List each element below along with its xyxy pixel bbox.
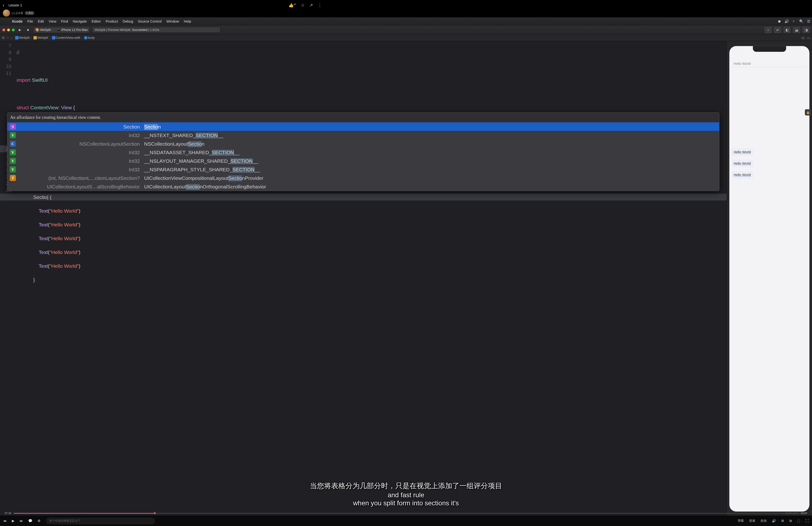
autocomplete-hint: An affordance for creating hierarchical …	[8, 113, 325, 122]
completion-name: UICollectionLayoutSectionOrthogonalScrol…	[144, 183, 266, 190]
viewer-count-area: 1人正在看 + 关注	[3, 10, 34, 17]
autocomplete-popup[interactable]: An affordance for creating hierarchical …	[7, 112, 325, 191]
menu-debug[interactable]: Debug	[120, 19, 135, 23]
avatar[interactable]	[3, 10, 10, 17]
menu-source-control[interactable]: Source Control	[135, 19, 164, 23]
thumb-up-icon[interactable]: 👍48	[289, 3, 296, 8]
autocomplete-row[interactable]: VInt32__NSTEXT_SHARED_SECTION__	[8, 131, 325, 140]
kind-icon: S	[10, 124, 16, 130]
completion-name: NSCollectionLayoutSection	[144, 140, 205, 147]
crumb-root[interactable]: WeSplit	[19, 36, 30, 40]
completion-name: __NSLAYOUT_MANAGER_SHARED_SECTION__	[144, 157, 258, 165]
kind-icon: C	[10, 141, 16, 147]
completion-name: __NSPARAGRAPH_STYLE_SHARED_SECTION__	[144, 166, 260, 173]
completion-type: Int32	[18, 132, 142, 139]
completion-type: (Int, NSCollectionL…ctionLayoutSection?	[18, 175, 142, 182]
kind-icon: V	[10, 166, 16, 172]
breadcrumb: ⊞ ‹ › WeSplit〉 WeSplit〉 ContentView.swif…	[0, 34, 325, 41]
kind-icon: V	[10, 132, 16, 138]
menu-file[interactable]: File	[25, 19, 35, 23]
autocomplete-row[interactable]: CNSCollectionLayoutSectionNSCollectionLa…	[8, 140, 325, 148]
window-controls[interactable]	[2, 29, 15, 31]
completion-name: __NSDATAASSET_SHARED_SECTION__	[144, 149, 240, 156]
star-icon[interactable]: ☆	[301, 3, 305, 8]
player-topbar: ‹ Lesson 1 👍48 ☆ ↗ ⋮	[0, 0, 325, 11]
kind-icon: V	[10, 158, 16, 164]
scheme-selector[interactable]: 🎨WeSplit〉📱iPhone 11 Pro Max	[33, 27, 90, 33]
completion-name: UICollectionViewCompositionalLayoutSecti…	[144, 175, 263, 182]
menu-navigate[interactable]: Navigate	[70, 19, 89, 23]
autocomplete-row[interactable]: UICollectionLayoutS…alScrollingBehaviorU…	[8, 182, 325, 191]
more-icon[interactable]: ⋮	[318, 3, 322, 8]
completion-type: Int32	[18, 157, 142, 165]
share-icon[interactable]: ↗	[309, 3, 313, 8]
editor-area: 78910112324252627282930 // import SwiftU…	[0, 41, 325, 211]
autocomplete-row[interactable]: VInt32__NSPARAGRAPH_STYLE_SHARED_SECTION…	[8, 165, 325, 174]
code-editor[interactable]: 78910112324252627282930 // import SwiftU…	[0, 41, 325, 211]
completion-name: Section	[144, 123, 161, 130]
completion-type: Int32	[18, 166, 142, 173]
completion-name: __NSTEXT_SHARED_SECTION__	[144, 132, 223, 139]
completion-type: NSCollectionLayoutSection	[18, 140, 142, 147]
kind-icon	[10, 183, 16, 189]
crumb-symbol[interactable]: body	[88, 36, 95, 40]
apple-icon[interactable]	[2, 18, 8, 24]
follow-button[interactable]: + 关注	[25, 11, 34, 15]
menu-find[interactable]: Find	[59, 19, 70, 23]
video-title: Lesson 1	[9, 3, 22, 7]
menu-view[interactable]: View	[46, 19, 59, 23]
viewer-count: 1人正在看	[11, 11, 23, 15]
autocomplete-row[interactable]: VInt32__NSDATAASSET_SHARED_SECTION__	[8, 148, 325, 157]
xcode-toolbar: ▶ ■ 🎨WeSplit〉📱iPhone 11 Pro Max WeSplit …	[0, 25, 325, 34]
menu-xcode[interactable]: Xcode	[10, 19, 25, 23]
menu-editor[interactable]: Editor	[89, 19, 103, 23]
back-icon[interactable]: ‹	[3, 3, 4, 8]
completion-type: Int32	[18, 149, 142, 156]
completion-type: UICollectionLayoutS…alScrollingBehavior	[18, 183, 142, 190]
autocomplete-row[interactable]: VInt32__NSLAYOUT_MANAGER_SHARED_SECTION_…	[8, 157, 325, 165]
menu-product[interactable]: Product	[103, 19, 120, 23]
run-button[interactable]: ▶	[17, 27, 23, 33]
kind-icon: V	[10, 149, 16, 155]
activity-status: WeSplit | Preview WeSplit: Succeeded | 1…	[92, 27, 220, 33]
forward-nav-icon[interactable]: ›	[11, 36, 12, 40]
menu-window[interactable]: Window	[164, 19, 182, 23]
stop-button[interactable]: ■	[25, 27, 31, 33]
back-nav-icon[interactable]: ‹	[8, 36, 8, 40]
autocomplete-row[interactable]: T(Int, NSCollectionL…ctionLayoutSection?…	[8, 174, 325, 182]
crumb-file[interactable]: ContentView.swift	[56, 36, 80, 40]
crumb-folder[interactable]: WeSplit	[37, 36, 48, 40]
completion-type: Section	[18, 123, 142, 130]
kind-icon: T	[10, 175, 16, 181]
autocomplete-row[interactable]: SSectionSection	[8, 122, 325, 131]
related-items-icon[interactable]: ⊞	[2, 36, 4, 40]
menu-edit[interactable]: Edit	[35, 19, 46, 23]
menu-help[interactable]: Help	[182, 19, 193, 23]
mac-menubar: Xcode File Edit View Find Navigate Edito…	[0, 17, 325, 25]
